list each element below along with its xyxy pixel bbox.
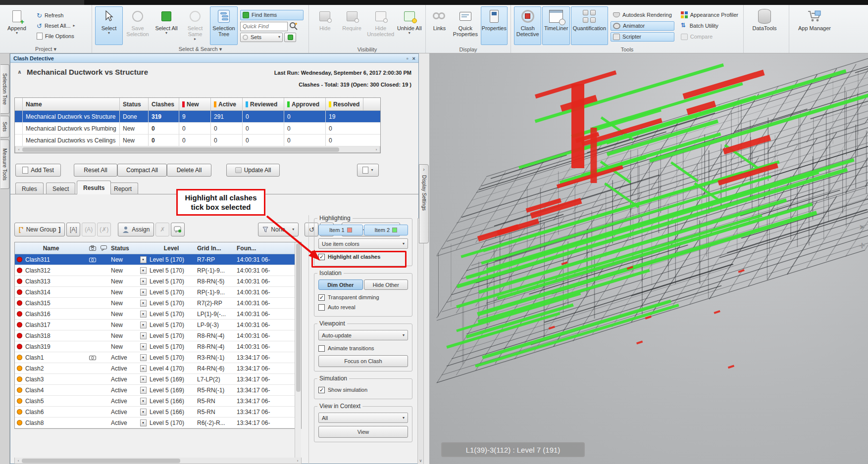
results-row-clash2[interactable]: Clash2Active▾Level 4 (170)R4-RN(-6)13:34… <box>15 363 301 374</box>
focus-on-clash-button[interactable]: Focus on Clash <box>318 355 408 367</box>
tests-table-row[interactable]: Mechanical Ductwork vs StructureDone3199… <box>15 111 380 123</box>
results-header-level[interactable]: Level <box>148 242 195 254</box>
results-scroll-thumb[interactable] <box>296 243 301 392</box>
tab-report[interactable]: Report <box>107 183 138 194</box>
select-search-group-label[interactable]: Select & Search ▾ <box>92 46 308 52</box>
clash-status-dropdown[interactable]: ▾ <box>139 374 148 384</box>
tests-table-hscrollbar[interactable]: ‹ › <box>15 146 380 153</box>
add-test-button[interactable]: Add Test <box>15 164 61 177</box>
scroll-left-icon[interactable]: ‹ <box>15 147 22 152</box>
sidebar-tab-sets[interactable]: Sets <box>0 116 9 138</box>
sidebar-tab-selection-tree[interactable]: Selection Tree <box>0 64 9 114</box>
reset-all-test-button[interactable]: Reset All <box>74 164 117 177</box>
animate-transitions-row[interactable]: Animate transitions <box>318 343 408 353</box>
properties-button[interactable]: Properties <box>481 6 508 45</box>
select-button[interactable]: Select ▾ <box>95 6 123 45</box>
assign-button[interactable]: Assign <box>118 223 154 236</box>
tab-results[interactable]: Results <box>77 181 111 194</box>
results-row-clash311[interactable]: Clash311New▾Level 5 (170)R7-RP14:00:31 0… <box>15 254 301 265</box>
clash-detective-button[interactable]: Clash Detective <box>514 6 541 45</box>
results-hscroll-thumb[interactable] <box>22 459 180 463</box>
dim-other-button[interactable]: Dim Other <box>318 279 363 290</box>
results-row-clash313[interactable]: Clash313New▾Level 5 (170)R8-RN(-5)14:00:… <box>15 276 301 287</box>
collapse-chevron-icon[interactable]: ∧ <box>17 69 22 75</box>
clash-status-dropdown[interactable]: ▾ <box>139 298 148 308</box>
compact-all-button[interactable]: Compact All <box>117 164 167 177</box>
clash-status-dropdown[interactable]: ▾ <box>139 407 148 417</box>
results-row-clash3[interactable]: Clash3Active▾Level 5 (169)L7-LP(2)13:34:… <box>15 374 301 385</box>
app-manager-button[interactable]: App Manager <box>792 6 837 45</box>
clash-status-dropdown[interactable]: ▾ <box>139 276 148 286</box>
clash-status-dropdown[interactable]: ▾ <box>139 396 148 406</box>
show-simulation-row[interactable]: ✓ Show simulation <box>318 385 408 395</box>
tests-header-new[interactable]: New <box>179 98 211 110</box>
display-settings-scrollbar[interactable]: ∧ ∨ <box>417 218 424 464</box>
filter-dropdown[interactable]: None ▾ <box>258 223 299 236</box>
report-options-button[interactable]: ▾ <box>357 164 379 177</box>
append-button[interactable]: + Append ▾ <box>3 6 31 45</box>
use-item-colors-dropdown[interactable]: Use item colors▾ <box>318 238 408 249</box>
links-button[interactable]: Links <box>429 6 450 45</box>
results-header-found[interactable]: Foun... <box>235 242 288 254</box>
results-header-comment[interactable] <box>98 242 109 254</box>
show-simulation-checkbox[interactable]: ✓ <box>318 387 325 393</box>
tests-header-reviewed[interactable]: Reviewed <box>243 98 284 110</box>
panel-titlebar[interactable]: Clash Detective ▫ × <box>10 54 418 63</box>
add-comment-button[interactable] <box>171 223 185 236</box>
tests-header-resolved[interactable]: Resolved <box>326 98 363 110</box>
quantification-button[interactable]: Quantification <box>571 6 608 45</box>
scripter-button[interactable]: Scripter <box>611 32 674 42</box>
tests-table-row[interactable]: Mechanical Ductwork vs PlumbingNew000000 <box>15 123 380 135</box>
clash-status-dropdown[interactable]: ▾ <box>139 363 148 373</box>
view-in-context-dropdown[interactable]: All▾ <box>318 413 408 423</box>
animate-transitions-checkbox[interactable] <box>318 345 325 352</box>
auto-reveal-row[interactable]: Auto reveal <box>318 302 408 312</box>
clash-status-dropdown[interactable]: ▾ <box>139 254 148 265</box>
sets-dropdown[interactable]: Sets ▾ <box>240 33 283 42</box>
results-row-clash6[interactable]: Clash6Active▾Level 5 (166)R5-RN13:34:17 … <box>15 407 301 418</box>
batch-utility-button[interactable]: ⇅ Batch Utility <box>678 21 741 31</box>
results-row-clash318[interactable]: Clash318New▾Level 5 (170)R8-RN(-4)14:00:… <box>15 330 301 341</box>
clash-status-dropdown[interactable]: ▾ <box>139 352 148 363</box>
auto-update-dropdown[interactable]: Auto-update▾ <box>318 330 408 340</box>
clash-status-dropdown[interactable]: ▾ <box>139 309 148 319</box>
clash-status-dropdown[interactable]: ▾ <box>139 320 148 330</box>
tab-rules[interactable]: Rules <box>15 183 44 194</box>
display-settings-tab[interactable]: › Display Settings <box>419 164 429 243</box>
sets-window-button[interactable] <box>284 33 296 42</box>
find-items-button[interactable]: Find Items <box>240 10 304 20</box>
results-header-camera[interactable] <box>87 242 98 254</box>
delete-all-button[interactable]: Delete All <box>167 164 211 177</box>
results-header-grid[interactable]: Grid In... <box>195 242 235 254</box>
tests-scroll-thumb[interactable] <box>22 147 339 152</box>
results-vscrollbar[interactable]: ∨ <box>295 242 301 464</box>
test-header[interactable]: ∧ Mechanical Ductwork vs Structure <box>17 68 148 76</box>
results-row-clash319[interactable]: Clash319New▾Level 5 (170)R8-RN(-4)14:00:… <box>15 341 301 352</box>
project-group-label[interactable]: Project ▾ <box>0 46 92 52</box>
datatools-button[interactable]: DataTools <box>747 6 782 45</box>
results-scroll-right-icon[interactable]: › <box>294 459 301 463</box>
view-button[interactable]: View <box>318 426 408 438</box>
tests-header-active[interactable]: Active <box>211 98 243 110</box>
group-clashes-button[interactable]: [A] <box>66 223 80 236</box>
results-row-clash8[interactable]: Clash8Active▾Level 5 (170)R6(-2)-R...13:… <box>15 418 301 428</box>
results-header-name[interactable]: Name <box>15 242 87 254</box>
sidebar-tab-measure-tools[interactable]: Measure Tools <box>0 139 9 189</box>
selection-tree-button[interactable]: Selection Tree <box>210 6 238 45</box>
results-scroll-left-icon[interactable]: ‹ <box>15 459 22 463</box>
results-hscrollbar[interactable]: ‹ › <box>14 458 302 464</box>
panel-dock-icon[interactable]: ▫ <box>407 55 408 61</box>
new-group-button[interactable]: [⌝ New Group ] <box>14 223 65 236</box>
reset-all-button[interactable]: ↺ Reset All... ▸ <box>34 21 78 31</box>
quick-find-search-icon[interactable] <box>289 22 298 31</box>
results-row-clash1[interactable]: Clash1Active▾Level 5 (170)R3-RN(-1)13:34… <box>15 352 301 363</box>
results-row-clash4[interactable]: Clash4Active▾Level 5 (169)R5-RN(-1)13:34… <box>15 385 301 396</box>
tab-select[interactable]: Select <box>46 183 75 194</box>
tests-header-status[interactable]: Status <box>120 98 149 110</box>
hide-other-button[interactable]: Hide Other <box>364 279 408 290</box>
item1-button[interactable]: Item 1 <box>318 225 363 235</box>
clash-status-dropdown[interactable]: ▾ <box>139 287 148 297</box>
clash-status-dropdown[interactable]: ▾ <box>139 265 148 276</box>
results-row-clash315[interactable]: Clash315New▾Level 5 (170)R7(2)-RP14:00:3… <box>15 298 301 309</box>
clash-status-dropdown[interactable]: ▾ <box>139 330 148 341</box>
